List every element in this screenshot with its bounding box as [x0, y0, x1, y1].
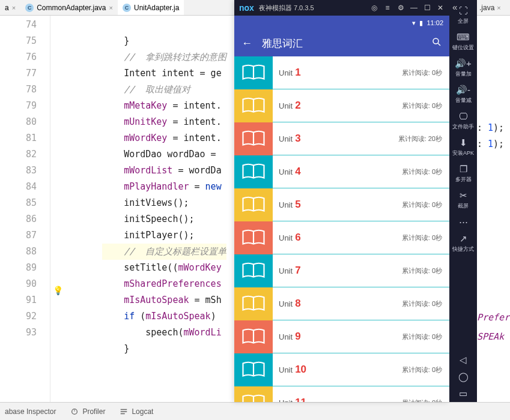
- download-icon: ⬇: [460, 138, 467, 148]
- keyword: if: [124, 311, 135, 322]
- unit-stat: 累计阅读: 0秒: [402, 365, 442, 374]
- unit-label: Unit: [279, 167, 293, 176]
- unit-row[interactable]: Unit9累计阅读: 0秒: [234, 320, 449, 353]
- shortcut-button[interactable]: ↗快捷方式: [449, 230, 477, 257]
- more-icon: ⋯: [459, 217, 468, 227]
- line-number: 92: [0, 308, 37, 325]
- unit-label: Unit: [279, 365, 293, 374]
- tab-common-adapter[interactable]: C CommonAdapter.java ×: [20, 0, 118, 15]
- keymap-button[interactable]: ⌨键位设置: [449, 29, 477, 55]
- field: mWordLi: [183, 327, 221, 338]
- more-button[interactable]: ⋯: [449, 214, 477, 230]
- unit-row[interactable]: Unit6累计阅读: 0秒: [234, 221, 449, 254]
- install-apk-button[interactable]: ⬇安装APK: [449, 134, 477, 161]
- search-icon[interactable]: [431, 37, 442, 50]
- volume-up-icon: 🔊+: [455, 59, 472, 68]
- settings-gear-icon[interactable]: ⚙: [396, 4, 405, 12]
- close-icon[interactable]: ×: [109, 4, 113, 11]
- tab-prev[interactable]: a ×: [0, 0, 20, 15]
- unit-label: Unit: [279, 299, 293, 308]
- unit-row[interactable]: Unit4累计阅读: 0秒: [234, 155, 449, 188]
- gutter-extra: 💡: [50, 16, 66, 402]
- unit-stat: 累计阅读: 0秒: [402, 266, 442, 275]
- unit-number: 2: [295, 100, 300, 112]
- code-token: Intent intent = ge: [124, 68, 222, 79]
- volume-down-icon: 🔊-: [456, 85, 470, 95]
- fullscreen-icon: ⛶: [459, 6, 468, 16]
- field: mUnitKey: [124, 116, 167, 127]
- volume-up-button[interactable]: 🔊+音量加: [449, 55, 477, 82]
- nox-logo: nox: [239, 3, 254, 13]
- emulator-screen: nox 夜神模拟器 7.0.3.5 ◎ ≡ ⚙ — ☐ ✕ ▾ ▮ 11:02 …: [234, 0, 449, 402]
- field: mPlayHandler: [124, 181, 189, 192]
- line-number: 88: [0, 244, 37, 260]
- keyboard-icon: ⌨: [457, 32, 470, 42]
- book-icon: [234, 56, 273, 89]
- unit-row[interactable]: Unit8累计阅读: 0秒: [234, 287, 449, 320]
- label: 快捷方式: [452, 245, 474, 253]
- unit-label: Unit: [279, 332, 293, 341]
- unit-label: Unit: [279, 233, 293, 242]
- emulator-titlebar[interactable]: nox 夜神模拟器 7.0.3.5 ◎ ≡ ⚙ — ☐ ✕: [234, 0, 449, 16]
- app-toolbar: ← 雅思词汇: [234, 30, 449, 56]
- line-number: 84: [0, 179, 37, 195]
- android-back-button[interactable]: ◁: [449, 352, 477, 368]
- unit-row[interactable]: Unit11累计阅读: 0秒: [234, 386, 449, 402]
- unit-row[interactable]: Unit3累计阅读: 20秒: [234, 122, 449, 155]
- label: 截屏: [458, 202, 469, 210]
- volume-down-button[interactable]: 🔊-音量减: [449, 82, 477, 108]
- minimize-icon[interactable]: —: [410, 4, 418, 12]
- keyword: new: [205, 181, 222, 192]
- ad-icon[interactable]: ◎: [370, 4, 378, 12]
- maximize-icon[interactable]: ☐: [423, 4, 431, 12]
- profiler-button[interactable]: Profiler: [70, 407, 105, 416]
- bottom-toolbar: abase Inspector Profiler Logcat: [0, 402, 510, 420]
- unit-row[interactable]: Unit2累计阅读: 0秒: [234, 89, 449, 122]
- profiler-icon: [70, 407, 79, 416]
- unit-row[interactable]: Unit7累计阅读: 0秒: [234, 254, 449, 287]
- emulator-title: 夜神模拟器 7.0.3.5: [259, 4, 314, 13]
- unit-number: 1: [295, 67, 300, 79]
- tab-label: CommonAdapter.java: [37, 4, 106, 12]
- line-number: 83: [0, 163, 37, 179]
- close-icon[interactable]: ✕: [436, 4, 445, 12]
- code-content[interactable]: } // 拿到跳转过来的意图 Intent intent = ge // 取出键…: [66, 16, 226, 402]
- battery-icon: ▮: [419, 19, 423, 27]
- label: 多开器: [455, 176, 472, 184]
- line-number: 91: [0, 292, 37, 308]
- android-recents-button[interactable]: ▭: [449, 385, 477, 402]
- menu-icon[interactable]: ≡: [383, 4, 392, 12]
- code-token: initViews();: [124, 197, 189, 208]
- unit-row[interactable]: Unit5累计阅读: 0秒: [234, 188, 449, 221]
- line-number: 93: [0, 325, 37, 341]
- file-helper-button[interactable]: 🖵文件助手: [449, 108, 477, 134]
- bulb-icon[interactable]: 💡: [53, 283, 63, 299]
- unit-stat: 累计阅读: 0秒: [402, 68, 442, 77]
- unit-list[interactable]: Unit1累计阅读: 0秒Unit2累计阅读: 0秒Unit3累计阅读: 20秒…: [234, 56, 449, 402]
- label: 文件助手: [452, 123, 474, 131]
- emulator-sidebar: ⛶全屏 ⌨键位设置 🔊+音量加 🔊-音量减 🖵文件助手 ⬇安装APK ❐多开器 …: [449, 0, 477, 402]
- line-number: 89: [0, 260, 37, 276]
- close-icon[interactable]: ×: [12, 4, 16, 11]
- android-home-button[interactable]: ◯: [449, 368, 477, 385]
- code-token: speech(: [145, 327, 183, 338]
- database-inspector-button[interactable]: abase Inspector: [5, 407, 56, 416]
- book-icon: [234, 122, 273, 155]
- tab-unit-adapter[interactable]: C UnitAdapter.ja: [118, 0, 184, 15]
- android-status-bar: ▾ ▮ 11:02: [234, 16, 449, 30]
- unit-label: Unit: [279, 398, 293, 403]
- book-icon: [234, 89, 273, 122]
- clock: 11:02: [427, 19, 443, 26]
- unit-row[interactable]: Unit1累计阅读: 0秒: [234, 56, 449, 89]
- unit-row[interactable]: Unit10累计阅读: 0秒: [234, 353, 449, 386]
- back-arrow-icon[interactable]: ←: [241, 37, 252, 50]
- logcat-button[interactable]: Logcat: [120, 407, 153, 416]
- sidebar-collapse-icon[interactable]: «: [452, 2, 457, 12]
- book-icon: [234, 221, 273, 254]
- logcat-icon: [120, 407, 128, 416]
- multi-instance-button[interactable]: ❐多开器: [449, 161, 477, 187]
- screenshot-button[interactable]: ✂截屏: [449, 187, 477, 214]
- field: mWordKey: [124, 133, 167, 143]
- line-number: 75: [0, 33, 37, 49]
- line-number: 86: [0, 211, 37, 227]
